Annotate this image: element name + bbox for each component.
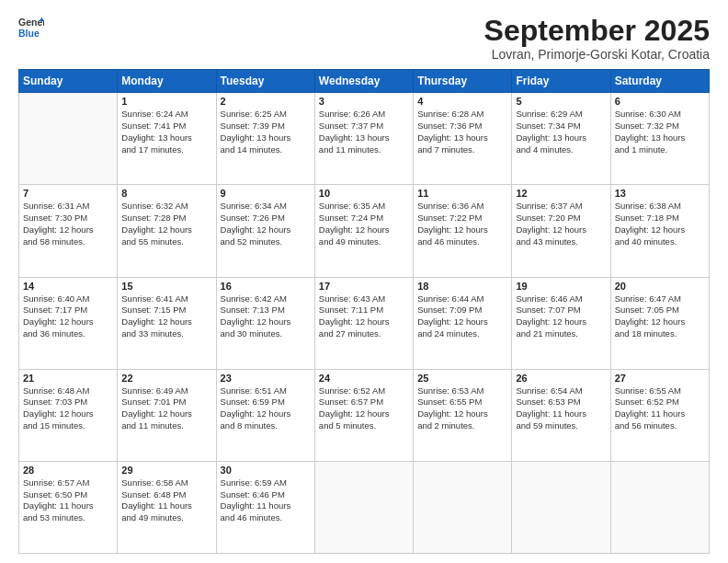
calendar-day-cell: 18Sunrise: 6:44 AM Sunset: 7:09 PM Dayli… [414,277,512,369]
calendar-day-cell: 21Sunrise: 6:48 AM Sunset: 7:03 PM Dayli… [19,369,118,461]
calendar-day-cell: 26Sunrise: 6:54 AM Sunset: 6:53 PM Dayli… [512,369,610,461]
calendar-day-cell: 16Sunrise: 6:42 AM Sunset: 7:13 PM Dayli… [216,277,314,369]
day-info: Sunrise: 6:52 AM Sunset: 6:57 PM Dayligh… [319,385,409,432]
day-info: Sunrise: 6:26 AM Sunset: 7:37 PM Dayligh… [319,109,409,155]
calendar-table: SundayMondayTuesdayWednesdayThursdayFrid… [18,69,710,554]
calendar-day-cell [314,461,413,553]
day-number: 6 [615,96,705,107]
day-info: Sunrise: 6:49 AM Sunset: 7:01 PM Dayligh… [121,385,211,432]
day-info: Sunrise: 6:48 AM Sunset: 7:03 PM Dayligh… [23,385,113,432]
day-number: 26 [516,373,606,384]
day-info: Sunrise: 6:55 AM Sunset: 6:52 PM Dayligh… [615,385,705,432]
header: General Blue September 2025 Lovran, Prim… [18,15,710,62]
calendar-day-cell: 3Sunrise: 6:26 AM Sunset: 7:37 PM Daylig… [314,93,413,185]
day-info: Sunrise: 6:25 AM Sunset: 7:39 PM Dayligh… [221,109,311,155]
day-of-week-header: Tuesday [216,70,314,93]
day-of-week-header: Thursday [414,70,512,93]
day-number: 8 [121,188,211,199]
calendar-day-cell [512,461,610,553]
day-info: Sunrise: 6:29 AM Sunset: 7:34 PM Dayligh… [516,109,606,155]
day-info: Sunrise: 6:30 AM Sunset: 7:32 PM Dayligh… [615,109,705,155]
calendar-week-row: 14Sunrise: 6:40 AM Sunset: 7:17 PM Dayli… [19,277,710,369]
day-info: Sunrise: 6:53 AM Sunset: 6:55 PM Dayligh… [417,385,507,432]
svg-text:Blue: Blue [18,28,40,39]
day-info: Sunrise: 6:35 AM Sunset: 7:24 PM Dayligh… [319,201,409,247]
day-of-week-header: Monday [118,70,216,93]
calendar-week-row: 21Sunrise: 6:48 AM Sunset: 7:03 PM Dayli… [19,369,710,461]
calendar-day-cell: 15Sunrise: 6:41 AM Sunset: 7:15 PM Dayli… [118,277,216,369]
day-info: Sunrise: 6:31 AM Sunset: 7:30 PM Dayligh… [23,201,113,247]
calendar-day-cell: 12Sunrise: 6:37 AM Sunset: 7:20 PM Dayli… [512,185,610,277]
day-number: 10 [319,188,409,199]
calendar-week-row: 7Sunrise: 6:31 AM Sunset: 7:30 PM Daylig… [19,185,710,277]
day-number: 22 [121,373,211,384]
calendar-day-cell: 5Sunrise: 6:29 AM Sunset: 7:34 PM Daylig… [512,93,610,185]
day-number: 19 [516,281,606,292]
calendar-day-cell [19,93,118,185]
svg-text:General: General [18,17,44,28]
day-number: 15 [121,281,211,292]
day-of-week-header: Wednesday [314,70,413,93]
day-number: 18 [417,281,507,292]
day-of-week-header: Sunday [19,70,118,93]
day-number: 5 [516,96,606,107]
calendar-week-row: 1Sunrise: 6:24 AM Sunset: 7:41 PM Daylig… [19,93,710,185]
day-number: 28 [23,465,113,476]
day-info: Sunrise: 6:28 AM Sunset: 7:36 PM Dayligh… [417,109,507,155]
day-number: 23 [221,373,311,384]
day-info: Sunrise: 6:46 AM Sunset: 7:07 PM Dayligh… [516,293,606,340]
day-of-week-header: Friday [512,70,610,93]
day-number: 12 [516,188,606,199]
calendar-day-cell: 22Sunrise: 6:49 AM Sunset: 7:01 PM Dayli… [118,369,216,461]
calendar-header-row: SundayMondayTuesdayWednesdayThursdayFrid… [19,70,710,93]
day-number: 9 [221,188,311,199]
day-info: Sunrise: 6:24 AM Sunset: 7:41 PM Dayligh… [121,109,211,155]
day-number: 4 [417,96,507,107]
day-info: Sunrise: 6:59 AM Sunset: 6:46 PM Dayligh… [221,477,311,524]
calendar-day-cell: 17Sunrise: 6:43 AM Sunset: 7:11 PM Dayli… [314,277,413,369]
subtitle: Lovran, Primorje-Gorski Kotar, Croatia [484,47,710,62]
day-number: 20 [615,281,705,292]
day-number: 29 [121,465,211,476]
day-info: Sunrise: 6:40 AM Sunset: 7:17 PM Dayligh… [23,293,113,340]
day-number: 2 [221,96,311,107]
day-number: 11 [417,188,507,199]
calendar-day-cell: 14Sunrise: 6:40 AM Sunset: 7:17 PM Dayli… [19,277,118,369]
day-info: Sunrise: 6:57 AM Sunset: 6:50 PM Dayligh… [23,477,113,524]
day-info: Sunrise: 6:47 AM Sunset: 7:05 PM Dayligh… [615,293,705,340]
page: General Blue September 2025 Lovran, Prim… [0,0,728,563]
day-number: 17 [319,281,409,292]
calendar-day-cell [414,461,512,553]
calendar-day-cell: 11Sunrise: 6:36 AM Sunset: 7:22 PM Dayli… [414,185,512,277]
day-info: Sunrise: 6:44 AM Sunset: 7:09 PM Dayligh… [417,293,507,340]
day-number: 25 [417,373,507,384]
day-number: 16 [221,281,311,292]
day-number: 27 [615,373,705,384]
day-number: 7 [23,188,113,199]
calendar-day-cell: 13Sunrise: 6:38 AM Sunset: 7:18 PM Dayli… [610,185,709,277]
calendar-day-cell: 19Sunrise: 6:46 AM Sunset: 7:07 PM Dayli… [512,277,610,369]
calendar-day-cell: 30Sunrise: 6:59 AM Sunset: 6:46 PM Dayli… [216,461,314,553]
day-number: 1 [121,96,211,107]
day-info: Sunrise: 6:43 AM Sunset: 7:11 PM Dayligh… [319,293,409,340]
calendar-day-cell: 27Sunrise: 6:55 AM Sunset: 6:52 PM Dayli… [610,369,709,461]
day-info: Sunrise: 6:36 AM Sunset: 7:22 PM Dayligh… [417,201,507,247]
calendar-day-cell: 7Sunrise: 6:31 AM Sunset: 7:30 PM Daylig… [19,185,118,277]
title-block: September 2025 Lovran, Primorje-Gorski K… [484,15,710,62]
day-info: Sunrise: 6:32 AM Sunset: 7:28 PM Dayligh… [121,201,211,247]
day-number: 13 [615,188,705,199]
calendar-day-cell: 8Sunrise: 6:32 AM Sunset: 7:28 PM Daylig… [118,185,216,277]
calendar-day-cell: 2Sunrise: 6:25 AM Sunset: 7:39 PM Daylig… [216,93,314,185]
calendar-day-cell: 6Sunrise: 6:30 AM Sunset: 7:32 PM Daylig… [610,93,709,185]
day-info: Sunrise: 6:51 AM Sunset: 6:59 PM Dayligh… [221,385,311,432]
calendar-day-cell [610,461,709,553]
day-info: Sunrise: 6:54 AM Sunset: 6:53 PM Dayligh… [516,385,606,432]
day-of-week-header: Saturday [610,70,709,93]
calendar-day-cell: 4Sunrise: 6:28 AM Sunset: 7:36 PM Daylig… [414,93,512,185]
day-number: 21 [23,373,113,384]
day-number: 14 [23,281,113,292]
calendar-day-cell: 25Sunrise: 6:53 AM Sunset: 6:55 PM Dayli… [414,369,512,461]
day-info: Sunrise: 6:38 AM Sunset: 7:18 PM Dayligh… [615,201,705,247]
day-info: Sunrise: 6:42 AM Sunset: 7:13 PM Dayligh… [221,293,311,340]
logo-icon: General Blue [18,15,44,40]
